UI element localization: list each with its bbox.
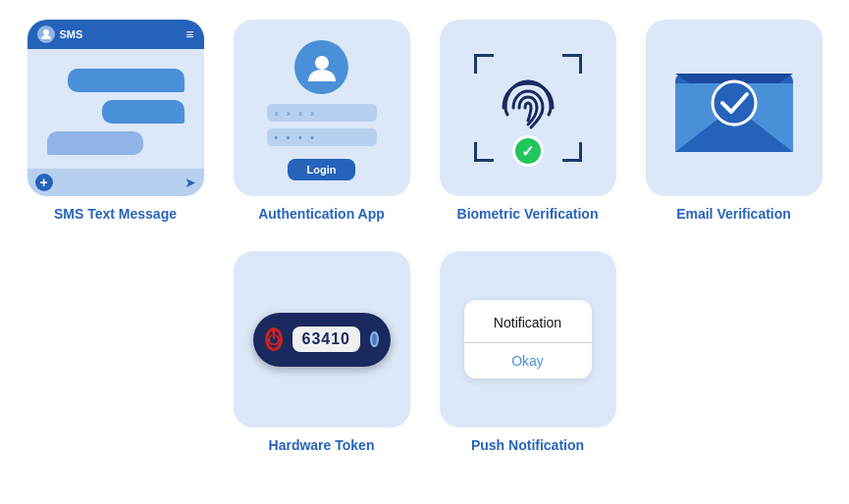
sms-title: SMS <box>60 28 83 40</box>
bio-corner-tl <box>474 54 494 74</box>
svg-point-4 <box>713 81 756 125</box>
sms-body <box>37 29 194 186</box>
bio-label: Biometric Verification <box>457 206 599 222</box>
svg-point-0 <box>43 29 49 35</box>
token-display: 63410 <box>292 327 361 352</box>
power-icon <box>265 328 283 351</box>
svg-point-1 <box>315 56 329 70</box>
sms-message-right-2 <box>102 100 185 124</box>
row-1: SMS ≡ + ➤ SMS Text Message <box>29 20 820 222</box>
sms-message-left <box>47 131 143 155</box>
bio-check-icon: ✓ <box>512 135 544 167</box>
push-inner: Notification Okay <box>464 300 592 378</box>
hardware-token-device: 63410 <box>253 313 391 367</box>
sms-add-icon[interactable]: + <box>35 174 53 191</box>
bio-corner-bl <box>474 142 494 162</box>
auth-fields: x x x x • • • • <box>253 104 391 146</box>
email-inner <box>661 49 808 167</box>
auth-card-wrapper: x x x x • • • • Login Authentication App <box>234 20 410 222</box>
auth-inner: x x x x • • • • Login <box>234 21 410 195</box>
bio-scan-frame: ✓ <box>474 54 582 162</box>
sms-message-right-1 <box>68 69 185 92</box>
sms-topbar-left: SMS <box>37 25 83 43</box>
fingerprint-icon <box>494 74 562 142</box>
token-knob-icon <box>370 331 379 347</box>
sms-card: SMS ≡ + ➤ <box>27 20 204 196</box>
email-card <box>646 20 822 196</box>
sms-avatar-icon <box>37 25 55 43</box>
sms-send-icon[interactable]: ➤ <box>185 175 196 190</box>
push-label: Push Notification <box>471 437 584 453</box>
bio-card-wrapper: ✓ Biometric Verification <box>440 20 616 222</box>
token-inner: 63410 <box>253 313 391 367</box>
push-okay-button[interactable]: Okay <box>464 343 592 378</box>
auth-card: x x x x • • • • Login <box>234 20 410 196</box>
push-notification-text: Notification <box>464 315 592 342</box>
sms-input-bar: + ➤ <box>27 169 204 196</box>
push-card-wrapper: Notification Okay Push Notification <box>440 251 616 453</box>
token-label: Hardware Token <box>269 437 375 453</box>
row-2: 63410 Hardware Token Notification Okay P… <box>29 251 820 453</box>
sms-topbar: SMS ≡ <box>27 20 204 49</box>
email-card-wrapper: Email Verification <box>646 20 822 222</box>
auth-password-field: • • • • <box>267 128 377 146</box>
email-label: Email Verification <box>676 206 791 222</box>
sms-menu-icon: ≡ <box>186 26 193 42</box>
auth-login-button[interactable]: Login <box>288 159 356 180</box>
token-card-wrapper: 63410 Hardware Token <box>234 251 410 453</box>
auth-username-field: x x x x <box>267 104 377 122</box>
auth-label: Authentication App <box>258 206 385 222</box>
sms-label: SMS Text Message <box>54 206 177 222</box>
bio-inner: ✓ <box>474 54 582 162</box>
email-envelope-icon <box>661 49 808 167</box>
auth-avatar-icon <box>294 40 348 94</box>
push-card: Notification Okay <box>440 251 616 428</box>
bio-corner-br <box>562 142 582 162</box>
bio-corner-tr <box>562 54 582 74</box>
sms-card-wrapper: SMS ≡ + ➤ SMS Text Message <box>27 20 204 222</box>
bio-card: ✓ <box>440 20 616 196</box>
push-notification-box: Notification Okay <box>464 300 592 378</box>
main-grid: SMS ≡ + ➤ SMS Text Message <box>29 20 820 453</box>
token-card: 63410 <box>234 251 410 428</box>
